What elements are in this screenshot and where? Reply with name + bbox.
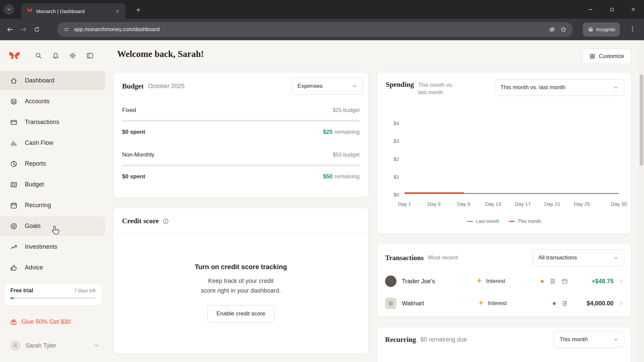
sidebar: Dashboard Accounts Transactions Cash Flo… xyxy=(0,40,107,362)
referral-promo-link[interactable]: Give 50% Get $30 xyxy=(10,318,71,325)
eye-off-icon[interactable] xyxy=(549,26,555,33)
back-button[interactable] xyxy=(3,23,17,36)
txn-row[interactable]: Walmart Interest $4,000.00 xyxy=(377,292,631,314)
txn-category-label: Interest xyxy=(488,300,507,307)
forward-button[interactable] xyxy=(17,23,30,36)
trend-icon xyxy=(10,243,17,251)
sidebar-item-label: Reports xyxy=(25,160,46,167)
minimize-button[interactable] xyxy=(580,0,601,19)
txn-category[interactable]: Interest xyxy=(476,277,541,286)
budget-filter-dropdown[interactable]: Expenses xyxy=(292,78,363,95)
sidebar-toggle-icon[interactable] xyxy=(86,52,94,59)
transactions-filter-label: All transactions xyxy=(538,254,577,261)
sidebar-item-label: Cash Flow xyxy=(25,139,53,146)
pie-chart-icon xyxy=(10,160,17,168)
calendar-icon[interactable] xyxy=(561,278,568,285)
sidebar-item-label: Advice xyxy=(25,264,43,271)
customize-button[interactable]: Customize xyxy=(582,49,631,64)
close-button[interactable] xyxy=(623,0,644,19)
monarch-app: Dashboard Accounts Transactions Cash Flo… xyxy=(0,40,644,362)
url-text: app.monarchmoney.com/dashboard xyxy=(74,26,544,33)
spending-subtitle-line1: This month vs. xyxy=(418,81,453,89)
monarch-logo-icon[interactable] xyxy=(8,49,21,62)
budget-remaining-label: remaining xyxy=(334,129,360,135)
scrollbar-thumb[interactable] xyxy=(640,74,643,166)
sidebar-item-accounts[interactable]: Accounts xyxy=(0,92,105,111)
sidebar-item-label: Goals xyxy=(25,223,41,230)
browser-tab[interactable]: Monarch | Dashboard xyxy=(21,3,125,19)
chevron-down-icon xyxy=(93,343,99,349)
credit-description: Keep track of your credit score right in… xyxy=(113,276,368,296)
chevron-right-icon[interactable] xyxy=(618,278,624,284)
window-controls xyxy=(580,0,644,19)
reload-button[interactable] xyxy=(30,23,44,36)
monarch-favicon xyxy=(27,7,33,15)
sidebar-item-cash-flow[interactable]: Cash Flow xyxy=(0,133,105,153)
sidebar-item-reports[interactable]: Reports xyxy=(0,154,105,173)
budget-group-name: Non-Monthly xyxy=(122,152,154,158)
x-tick-label: Day 21 xyxy=(544,201,560,207)
bookmark-star-icon[interactable] xyxy=(560,26,567,33)
x-tick-label: Day 25 xyxy=(574,201,590,207)
sparkle-category-icon xyxy=(476,277,483,286)
budget-group-non-monthly[interactable]: Non-Monthly $50 budget $0 spent $50remai… xyxy=(113,151,368,180)
spending-plot-svg xyxy=(405,123,619,194)
x-tick-label: Day 17 xyxy=(515,201,531,207)
browser-menu-icon[interactable] xyxy=(629,25,636,34)
sidebar-quick-icons xyxy=(35,52,94,59)
free-trial-card[interactable]: Free trial 7 days left xyxy=(4,283,102,305)
free-trial-progress-track xyxy=(10,297,96,299)
address-bar[interactable]: app.monarchmoney.com/dashboard xyxy=(57,22,573,37)
user-menu[interactable]: Sarah Tyler xyxy=(10,340,99,351)
budget-group-fixed[interactable]: Fixed $25 budget $0 spent $25remaining xyxy=(113,107,368,136)
site-info-icon[interactable] xyxy=(63,26,69,33)
transactions-title: Transactions xyxy=(385,254,424,262)
sidebar-item-dashboard[interactable]: Dashboard xyxy=(0,71,105,90)
transactions-subtitle: Most recent xyxy=(428,254,458,261)
sidebar-item-budget[interactable]: Budget xyxy=(0,175,105,194)
receipt-icon[interactable] xyxy=(561,300,568,307)
recurring-header: Recurring $0 remaining due This month xyxy=(377,327,631,348)
browser-chrome: Monarch | Dashboard app.monarchmoney.com… xyxy=(0,0,644,40)
budget-group-budget: $50 budget xyxy=(333,152,360,158)
enable-credit-score-button[interactable]: Enable credit score xyxy=(207,305,274,322)
txn-row[interactable]: Trader Joe's Interest +$48.75 xyxy=(377,270,631,292)
user-name: Sarah Tyler xyxy=(25,342,89,349)
spending-subtitle: This month vs. last month xyxy=(418,80,453,97)
trial-progress-fill xyxy=(10,297,14,299)
free-trial-remaining: 7 days left xyxy=(74,288,96,293)
x-tick-label: Day 9 xyxy=(457,201,470,207)
budget-progress-track xyxy=(122,165,360,166)
chevron-right-icon[interactable] xyxy=(618,300,624,306)
txn-category[interactable]: Interest xyxy=(478,299,543,308)
maximize-button[interactable] xyxy=(601,0,623,19)
sidebar-item-advice[interactable]: Advice xyxy=(0,258,105,277)
sidebar-item-goals[interactable]: Goals xyxy=(0,217,105,236)
sidebar-item-transactions[interactable]: Transactions xyxy=(0,113,105,132)
sidebar-item-investments[interactable]: Investments xyxy=(0,237,105,256)
merchant-name: Walmart xyxy=(402,300,424,307)
gear-icon[interactable] xyxy=(69,52,76,59)
merchant-logo xyxy=(385,276,396,287)
spending-subtitle-line2: last month xyxy=(418,89,453,96)
legend-swatch xyxy=(467,221,473,222)
search-icon[interactable] xyxy=(35,52,42,59)
spending-range-dropdown[interactable]: This month vs. last month xyxy=(495,79,624,96)
new-tab-button[interactable] xyxy=(133,5,143,14)
recurring-range-dropdown[interactable]: This month xyxy=(554,331,624,348)
budget-filter-label: Expenses xyxy=(298,83,323,89)
legend-swatch xyxy=(509,221,515,222)
budget-group-budget: $25 budget xyxy=(333,107,360,113)
spending-chart: $4$3$2$1$0 xyxy=(386,123,619,194)
sidebar-item-recurring[interactable]: Recurring xyxy=(0,196,105,215)
tab-search-button[interactable] xyxy=(4,4,14,15)
page-scrollbar xyxy=(639,40,644,362)
transactions-filter-dropdown[interactable]: All transactions xyxy=(533,249,624,266)
tab-close-icon[interactable] xyxy=(113,7,121,15)
receipt-icon[interactable] xyxy=(549,278,556,285)
info-icon[interactable] xyxy=(162,218,169,225)
merchant-name: Trader Joe's xyxy=(402,278,435,285)
incognito-badge: Incognito xyxy=(583,22,620,37)
bell-icon[interactable] xyxy=(52,52,59,59)
y-tick-label: $0 xyxy=(393,192,399,197)
